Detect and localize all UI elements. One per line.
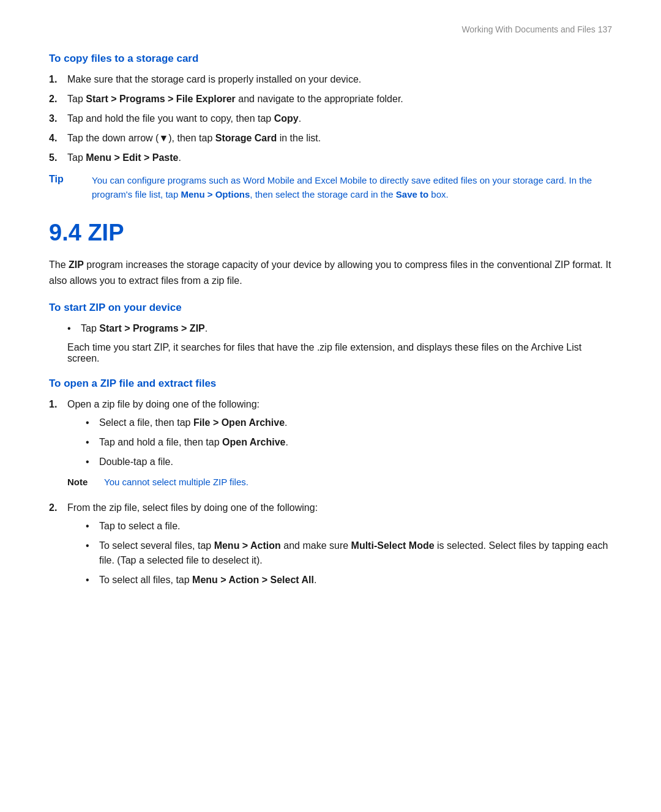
step-4: 4. Tap the down arrow (▼), then tap Stor… bbox=[49, 131, 612, 146]
copy-files-heading: To copy files to a storage card bbox=[49, 53, 612, 65]
start-zip-description: Each time you start ZIP, it searches for… bbox=[49, 342, 612, 364]
note-label: Note bbox=[67, 475, 104, 490]
open-zip-step-1: 1. Open a zip file by doing one of the f… bbox=[49, 397, 612, 496]
step2-bullet-1: • Tap to select a file. bbox=[86, 519, 612, 534]
step-3: 3. Tap and hold the file you want to cop… bbox=[49, 111, 612, 126]
start-zip-bullet-1: • Tap Start > Programs > ZIP. bbox=[67, 321, 612, 336]
step1-bullet-1: • Select a file, then tap File > Open Ar… bbox=[86, 415, 612, 430]
open-zip-heading: To open a ZIP file and extract files bbox=[49, 378, 612, 390]
step1-bullets: • Select a file, then tap File > Open Ar… bbox=[67, 415, 612, 469]
start-zip-bullets: • Tap Start > Programs > ZIP. bbox=[49, 321, 612, 336]
start-zip-subsection: To start ZIP on your device • Tap Start … bbox=[49, 302, 612, 364]
note-text: You cannot select multiple ZIP files. bbox=[104, 475, 248, 490]
step1-bullet-2: • Tap and hold a file, then tap Open Arc… bbox=[86, 435, 612, 450]
page-header-text: Working With Documents and Files 137 bbox=[461, 24, 612, 34]
tip-label: Tip bbox=[49, 174, 92, 185]
step2-bullet-2: • To select several files, tap Menu > Ac… bbox=[86, 538, 612, 568]
page-header: Working With Documents and Files 137 bbox=[49, 24, 612, 34]
start-zip-heading: To start ZIP on your device bbox=[49, 302, 612, 314]
open-zip-steps: 1. Open a zip file by doing one of the f… bbox=[49, 397, 612, 594]
tip-text: You can configure programs such as Word … bbox=[92, 174, 612, 201]
zip-intro: The ZIP program increases the storage ca… bbox=[49, 257, 612, 288]
open-zip-step-2: 2. From the zip file, select files by do… bbox=[49, 501, 612, 594]
zip-section-title: 9.4 ZIP bbox=[49, 220, 612, 246]
step2-bullets: • Tap to select a file. • To select seve… bbox=[67, 519, 612, 587]
step2-bullet-3: • To select all files, tap Menu > Action… bbox=[86, 573, 612, 587]
step-5: 5. Tap Menu > Edit > Paste. bbox=[49, 151, 612, 165]
step-1: 1. Make sure that the storage card is pr… bbox=[49, 72, 612, 87]
note-block: Note You cannot select multiple ZIP file… bbox=[67, 475, 612, 490]
step-2: 2. Tap Start > Programs > File Explorer … bbox=[49, 92, 612, 106]
open-zip-subsection: To open a ZIP file and extract files 1. … bbox=[49, 378, 612, 594]
tip-block: Tip You can configure programs such as W… bbox=[49, 174, 612, 201]
copy-files-section: To copy files to a storage card 1. Make … bbox=[49, 53, 612, 201]
copy-files-steps: 1. Make sure that the storage card is pr… bbox=[49, 72, 612, 165]
zip-section: 9.4 ZIP The ZIP program increases the st… bbox=[49, 220, 612, 594]
step1-bullet-3: • Double-tap a file. bbox=[86, 455, 612, 469]
